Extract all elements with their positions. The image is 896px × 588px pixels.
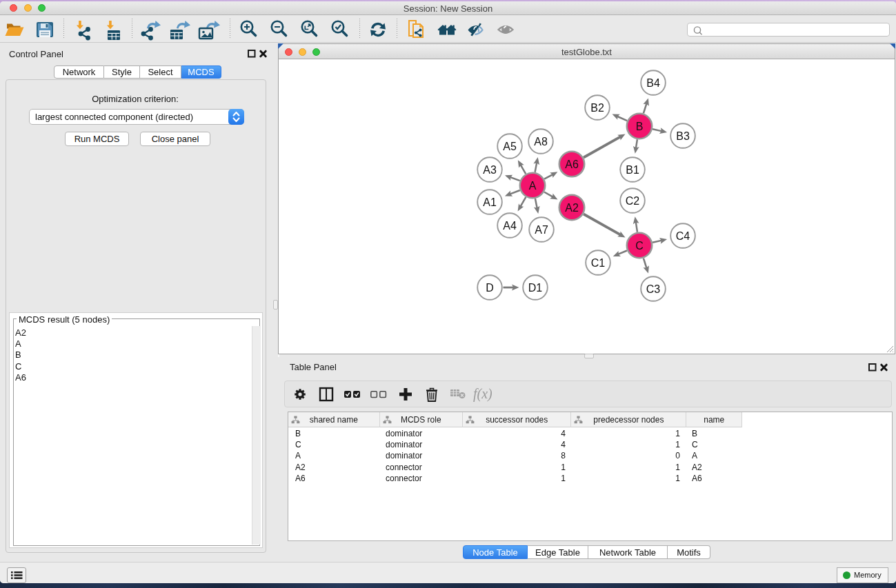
svg-text:A2: A2 — [565, 202, 579, 214]
svg-text:A: A — [529, 180, 537, 192]
svg-text:B1: B1 — [626, 164, 639, 176]
svg-text:A5: A5 — [503, 141, 517, 152]
svg-text:C1: C1 — [591, 257, 606, 269]
svg-text:A3: A3 — [483, 164, 497, 176]
svg-text:B3: B3 — [676, 130, 690, 142]
svg-text:B4: B4 — [646, 77, 660, 89]
svg-text:A7: A7 — [535, 224, 548, 236]
svg-text:f(x): f(x) — [473, 386, 492, 402]
svg-text:A6: A6 — [565, 159, 579, 170]
svg-text:A1: A1 — [483, 196, 497, 208]
svg-text:C: C — [635, 240, 644, 252]
svg-text:A8: A8 — [534, 136, 548, 148]
svg-text:B2: B2 — [590, 102, 604, 114]
svg-text:C2: C2 — [626, 195, 640, 207]
svg-text:B: B — [636, 121, 644, 132]
svg-text:D: D — [486, 282, 494, 294]
svg-text:D1: D1 — [528, 282, 543, 294]
svg-text:A4: A4 — [503, 220, 517, 232]
svg-text:C4: C4 — [676, 230, 690, 242]
svg-text:C3: C3 — [646, 283, 661, 295]
